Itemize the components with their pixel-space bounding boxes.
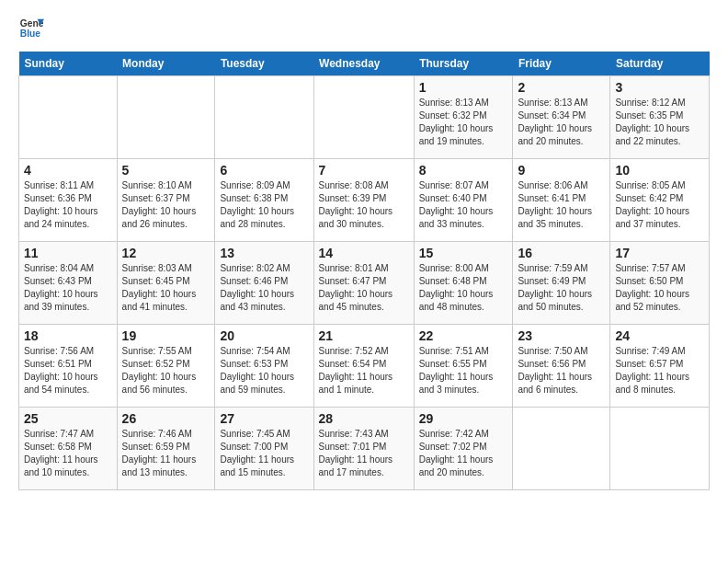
- calendar-cell: 19Sunrise: 7:55 AM Sunset: 6:52 PM Dayli…: [117, 325, 215, 408]
- day-header-tuesday: Tuesday: [215, 52, 313, 76]
- day-info: Sunrise: 7:47 AM Sunset: 6:58 PM Dayligh…: [24, 428, 112, 479]
- day-header-monday: Monday: [117, 52, 215, 76]
- day-info: Sunrise: 8:03 AM Sunset: 6:45 PM Dayligh…: [122, 262, 210, 314]
- day-info: Sunrise: 7:51 AM Sunset: 6:55 PM Dayligh…: [419, 345, 508, 396]
- calendar-table: SundayMondayTuesdayWednesdayThursdayFrid…: [18, 52, 710, 490]
- day-info: Sunrise: 8:01 AM Sunset: 6:47 PM Dayligh…: [319, 262, 409, 314]
- calendar-cell: 18Sunrise: 7:56 AM Sunset: 6:51 PM Dayli…: [19, 325, 118, 408]
- calendar-cell: 20Sunrise: 7:54 AM Sunset: 6:53 PM Dayli…: [215, 325, 313, 408]
- calendar-cell: [610, 408, 710, 490]
- calendar-cell: 9Sunrise: 8:06 AM Sunset: 6:41 PM Daylig…: [513, 159, 610, 242]
- day-info: Sunrise: 8:08 AM Sunset: 6:39 PM Dayligh…: [319, 179, 409, 231]
- calendar-cell: [513, 408, 610, 490]
- calendar-cell: 13Sunrise: 8:02 AM Sunset: 6:46 PM Dayli…: [215, 242, 313, 325]
- calendar-cell: 29Sunrise: 7:42 AM Sunset: 7:02 PM Dayli…: [414, 408, 513, 490]
- calendar-cell: 16Sunrise: 7:59 AM Sunset: 6:49 PM Dayli…: [513, 242, 610, 325]
- day-info: Sunrise: 7:57 AM Sunset: 6:50 PM Dayligh…: [615, 262, 704, 314]
- day-number: 20: [220, 328, 308, 343]
- svg-text:Blue: Blue: [20, 29, 41, 39]
- day-number: 15: [419, 246, 508, 260]
- day-header-wednesday: Wednesday: [313, 52, 414, 76]
- day-number: 14: [319, 246, 409, 260]
- day-info: Sunrise: 8:06 AM Sunset: 6:41 PM Dayligh…: [518, 179, 605, 231]
- day-info: Sunrise: 8:12 AM Sunset: 6:35 PM Dayligh…: [615, 97, 704, 148]
- day-info: Sunrise: 8:11 AM Sunset: 6:36 PM Dayligh…: [24, 179, 112, 231]
- calendar-cell: 23Sunrise: 7:50 AM Sunset: 6:56 PM Dayli…: [513, 325, 610, 408]
- logo: General Blue: [18, 15, 44, 40]
- day-info: Sunrise: 7:46 AM Sunset: 6:59 PM Dayligh…: [122, 428, 210, 479]
- day-info: Sunrise: 7:43 AM Sunset: 7:01 PM Dayligh…: [319, 428, 409, 479]
- calendar-cell: 28Sunrise: 7:43 AM Sunset: 7:01 PM Dayli…: [313, 408, 414, 490]
- calendar-cell: 3Sunrise: 8:12 AM Sunset: 6:35 PM Daylig…: [610, 76, 710, 159]
- day-info: Sunrise: 7:54 AM Sunset: 6:53 PM Dayligh…: [220, 345, 308, 396]
- day-info: Sunrise: 7:52 AM Sunset: 6:54 PM Dayligh…: [319, 345, 409, 396]
- day-info: Sunrise: 8:07 AM Sunset: 6:40 PM Dayligh…: [419, 179, 508, 231]
- calendar-cell: 4Sunrise: 8:11 AM Sunset: 6:36 PM Daylig…: [19, 159, 118, 242]
- day-number: 22: [419, 328, 508, 343]
- day-header-row: SundayMondayTuesdayWednesdayThursdayFrid…: [19, 52, 710, 76]
- day-info: Sunrise: 8:05 AM Sunset: 6:42 PM Dayligh…: [615, 179, 704, 231]
- day-number: 3: [615, 80, 704, 95]
- calendar-cell: 17Sunrise: 7:57 AM Sunset: 6:50 PM Dayli…: [610, 242, 710, 325]
- day-number: 12: [122, 246, 210, 260]
- calendar-cell: 15Sunrise: 8:00 AM Sunset: 6:48 PM Dayli…: [414, 242, 513, 325]
- day-number: 19: [122, 328, 210, 343]
- day-number: 1: [419, 80, 508, 95]
- day-number: 7: [319, 163, 409, 178]
- day-info: Sunrise: 8:02 AM Sunset: 6:46 PM Dayligh…: [220, 262, 308, 314]
- day-info: Sunrise: 7:42 AM Sunset: 7:02 PM Dayligh…: [419, 428, 508, 479]
- day-header-sunday: Sunday: [19, 52, 118, 76]
- day-number: 21: [319, 328, 409, 343]
- day-number: 4: [24, 163, 112, 178]
- calendar-cell: 27Sunrise: 7:45 AM Sunset: 7:00 PM Dayli…: [215, 408, 313, 490]
- day-number: 27: [220, 411, 308, 426]
- day-number: 13: [220, 246, 308, 260]
- day-number: 8: [419, 163, 508, 178]
- calendar-cell: 21Sunrise: 7:52 AM Sunset: 6:54 PM Dayli…: [313, 325, 414, 408]
- day-header-friday: Friday: [513, 52, 610, 76]
- calendar-cell: 25Sunrise: 7:47 AM Sunset: 6:58 PM Dayli…: [19, 408, 118, 490]
- day-number: 2: [518, 80, 605, 95]
- calendar-cell: 8Sunrise: 8:07 AM Sunset: 6:40 PM Daylig…: [414, 159, 513, 242]
- day-number: 17: [615, 246, 704, 260]
- calendar-week-4: 25Sunrise: 7:47 AM Sunset: 6:58 PM Dayli…: [19, 408, 710, 490]
- page-header: General Blue: [18, 15, 710, 40]
- calendar-cell: 22Sunrise: 7:51 AM Sunset: 6:55 PM Dayli…: [414, 325, 513, 408]
- day-info: Sunrise: 8:00 AM Sunset: 6:48 PM Dayligh…: [419, 262, 508, 314]
- logo-icon: General Blue: [18, 15, 44, 40]
- day-info: Sunrise: 8:10 AM Sunset: 6:37 PM Dayligh…: [122, 179, 210, 231]
- day-info: Sunrise: 7:50 AM Sunset: 6:56 PM Dayligh…: [518, 345, 605, 396]
- day-number: 24: [615, 328, 704, 343]
- calendar-week-2: 11Sunrise: 8:04 AM Sunset: 6:43 PM Dayli…: [19, 242, 710, 325]
- day-info: Sunrise: 7:49 AM Sunset: 6:57 PM Dayligh…: [615, 345, 704, 396]
- calendar-cell: 1Sunrise: 8:13 AM Sunset: 6:32 PM Daylig…: [414, 76, 513, 159]
- calendar-cell: 10Sunrise: 8:05 AM Sunset: 6:42 PM Dayli…: [610, 159, 710, 242]
- calendar-cell: 26Sunrise: 7:46 AM Sunset: 6:59 PM Dayli…: [117, 408, 215, 490]
- day-header-thursday: Thursday: [414, 52, 513, 76]
- calendar-week-3: 18Sunrise: 7:56 AM Sunset: 6:51 PM Dayli…: [19, 325, 710, 408]
- day-number: 29: [419, 411, 508, 426]
- day-number: 10: [615, 163, 704, 178]
- calendar-cell: [215, 76, 313, 159]
- day-header-saturday: Saturday: [610, 52, 710, 76]
- day-info: Sunrise: 8:04 AM Sunset: 6:43 PM Dayligh…: [24, 262, 112, 314]
- day-number: 16: [518, 246, 605, 260]
- calendar-cell: 5Sunrise: 8:10 AM Sunset: 6:37 PM Daylig…: [117, 159, 215, 242]
- day-info: Sunrise: 7:59 AM Sunset: 6:49 PM Dayligh…: [518, 262, 605, 314]
- calendar-week-0: 1Sunrise: 8:13 AM Sunset: 6:32 PM Daylig…: [19, 76, 710, 159]
- day-number: 5: [122, 163, 210, 178]
- calendar-cell: [19, 76, 118, 159]
- day-info: Sunrise: 7:56 AM Sunset: 6:51 PM Dayligh…: [24, 345, 112, 396]
- day-number: 18: [24, 328, 112, 343]
- calendar-cell: [117, 76, 215, 159]
- calendar-cell: 24Sunrise: 7:49 AM Sunset: 6:57 PM Dayli…: [610, 325, 710, 408]
- day-info: Sunrise: 8:09 AM Sunset: 6:38 PM Dayligh…: [220, 179, 308, 231]
- day-info: Sunrise: 8:13 AM Sunset: 6:32 PM Dayligh…: [419, 97, 508, 148]
- calendar-cell: 6Sunrise: 8:09 AM Sunset: 6:38 PM Daylig…: [215, 159, 313, 242]
- calendar-cell: 12Sunrise: 8:03 AM Sunset: 6:45 PM Dayli…: [117, 242, 215, 325]
- calendar-cell: 7Sunrise: 8:08 AM Sunset: 6:39 PM Daylig…: [313, 159, 414, 242]
- calendar-cell: 11Sunrise: 8:04 AM Sunset: 6:43 PM Dayli…: [19, 242, 118, 325]
- day-number: 28: [319, 411, 409, 426]
- day-number: 9: [518, 163, 605, 178]
- day-info: Sunrise: 8:13 AM Sunset: 6:34 PM Dayligh…: [518, 97, 605, 148]
